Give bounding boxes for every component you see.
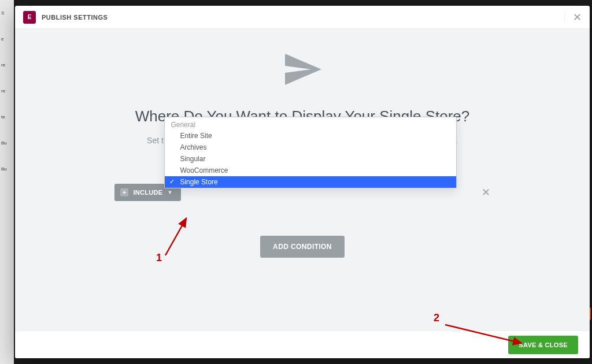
publish-settings-modal: E PUBLISH SETTINGS ✕ Where Do You Want t… — [15, 6, 590, 358]
condition-row: ＋ INCLUDE ▼ General Entire Site Archives… — [114, 184, 490, 201]
svg-line-0 — [165, 218, 186, 255]
modal-content: Where Do You Want to Display Your Single… — [15, 29, 590, 330]
dropdown-option[interactable]: Entire Site — [165, 130, 456, 142]
plus-icon: ＋ — [120, 188, 128, 196]
include-label: INCLUDE — [133, 189, 162, 196]
background-sidebar: SerereteBuBu — [0, 0, 14, 364]
paper-plane-icon — [282, 49, 323, 92]
remove-condition-icon[interactable]: ✕ — [482, 186, 490, 199]
dropdown-group-label: General — [165, 117, 456, 130]
dropdown-option[interactable]: Archives — [165, 142, 456, 153]
dropdown-option[interactable]: Singular — [165, 153, 456, 165]
add-condition-button[interactable]: ADD CONDITION — [260, 236, 345, 258]
modal-title: PUBLISH SETTINGS — [42, 14, 108, 21]
modal-header: E PUBLISH SETTINGS ✕ — [15, 6, 590, 29]
dropdown-option[interactable]: WooCommerce — [165, 165, 456, 176]
dropdown-option-selected[interactable]: Single Store — [165, 176, 456, 188]
chevron-down-icon: ▼ — [167, 190, 172, 195]
close-icon[interactable]: ✕ — [564, 12, 582, 23]
annotation-arrow-1 — [162, 214, 197, 260]
condition-dropdown[interactable]: General Entire Site Archives Singular Wo… — [164, 117, 457, 188]
elementor-logo-icon: E — [23, 11, 36, 24]
svg-line-1 — [445, 325, 521, 343]
annotation-arrow-2 — [443, 321, 530, 350]
